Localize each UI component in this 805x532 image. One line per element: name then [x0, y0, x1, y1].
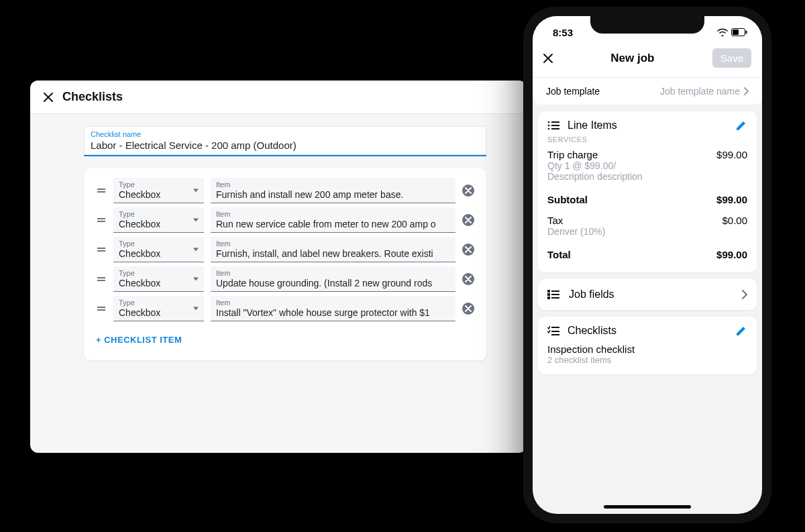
chevron-down-icon [193, 189, 199, 192]
add-checklist-item-button[interactable]: + CHECKLIST ITEM [96, 335, 182, 345]
checklist-name-label: Checklist name [91, 130, 480, 138]
checklists-title: Checklists [568, 325, 616, 337]
list-icon [547, 121, 559, 130]
drag-handle-icon[interactable] [96, 218, 107, 222]
remove-item-button[interactable] [462, 214, 474, 226]
desktop-checklists-panel: Checklists Checklist name Labor - Electr… [30, 81, 527, 453]
phone-header: New job Save [533, 42, 762, 78]
svg-point-3 [548, 121, 550, 123]
svg-rect-6 [551, 125, 559, 126]
home-indicator [604, 505, 691, 509]
svg-rect-17 [551, 334, 559, 335]
checklist-entry-name: Inspection checklist [547, 343, 747, 355]
phone-screen: 8:53 New job Save Job template Job te [533, 16, 762, 514]
edit-icon[interactable] [735, 119, 747, 131]
svg-rect-12 [551, 294, 559, 295]
close-icon[interactable] [44, 93, 53, 102]
svg-rect-16 [551, 331, 559, 332]
checklist-entry-count: 2 checklist items [547, 355, 747, 365]
svg-rect-8 [551, 128, 559, 129]
service-price: $99.00 [716, 149, 747, 160]
chevron-down-icon [193, 248, 199, 251]
checklist-items-card: TypeCheckboxItemFurnish and install new … [84, 168, 486, 360]
total-label: Total [547, 249, 571, 260]
wifi-icon [717, 28, 728, 36]
drag-handle-icon[interactable] [96, 189, 107, 193]
battery-icon [731, 28, 747, 36]
phone-title: New job [610, 52, 654, 65]
chevron-down-icon [193, 277, 199, 280]
checklist-name-input[interactable]: Checklist name Labor - Electrical Servic… [84, 126, 486, 156]
phone-notch [590, 16, 704, 34]
total-value: $99.00 [716, 249, 747, 260]
edit-icon[interactable] [735, 325, 747, 337]
svg-rect-1 [733, 30, 739, 35]
chevron-right-icon [744, 87, 749, 95]
remove-item-button[interactable] [462, 303, 474, 315]
drag-handle-icon[interactable] [96, 248, 107, 252]
svg-rect-9 [547, 290, 550, 292]
drag-handle-icon[interactable] [96, 277, 107, 281]
status-time: 8:53 [553, 27, 573, 38]
checklist-name-value: Labor - Electrical Service - 200 amp (Ou… [91, 140, 480, 151]
tax-label: Tax [547, 215, 563, 226]
item-text-input[interactable]: ItemInstall "Vortex" whole house surge p… [211, 296, 455, 321]
checklist-item-row: TypeCheckboxItemFurnish, install, and la… [96, 237, 474, 262]
line-items-card: Line Items SERVICES Trip charge $99.00 Q… [538, 111, 757, 272]
svg-rect-11 [547, 293, 550, 296]
job-template-value: Job template name [660, 86, 740, 97]
item-type-select[interactable]: TypeCheckbox [113, 207, 204, 233]
chevron-down-icon [193, 218, 199, 221]
chevron-down-icon [193, 307, 199, 310]
subtotal-value: $99.00 [716, 194, 747, 205]
phone-close-icon[interactable] [543, 54, 553, 63]
service-qty: Qty 1 @ $99.00/ [547, 160, 747, 171]
svg-point-7 [548, 128, 550, 130]
svg-rect-15 [551, 327, 559, 328]
remove-item-button[interactable] [462, 273, 474, 285]
chevron-right-icon [742, 290, 747, 299]
item-text-input[interactable]: ItemFurnish and install new 200 amp mete… [211, 178, 455, 203]
checklist-entry[interactable]: Inspection checklist 2 checklist items [547, 343, 747, 365]
tax-detail: Denver (10%) [547, 226, 747, 237]
item-type-select[interactable]: TypeCheckbox [113, 237, 204, 262]
svg-rect-4 [551, 121, 559, 123]
svg-rect-14 [551, 297, 559, 299]
svg-rect-2 [746, 31, 747, 34]
save-button[interactable]: Save [712, 48, 751, 68]
svg-rect-13 [547, 297, 550, 299]
phone-frame: 8:53 New job Save Job template Job te [523, 7, 771, 523]
drag-handle-icon[interactable] [96, 307, 107, 311]
page-title: Checklists [62, 90, 123, 104]
grid-icon [547, 290, 559, 299]
tax-value: $0.00 [722, 215, 747, 226]
item-type-select[interactable]: TypeCheckbox [113, 266, 204, 292]
item-text-input[interactable]: ItemUpdate house grounding. (Install 2 n… [211, 266, 455, 292]
job-template-label: Job template [546, 86, 600, 97]
remove-item-button[interactable] [462, 244, 474, 256]
job-fields-row[interactable]: Job fields [538, 279, 757, 310]
item-type-select[interactable]: TypeCheckbox [113, 296, 204, 321]
checklist-item-row: TypeCheckboxItemFurnish and install new … [96, 178, 474, 203]
checklists-card: Checklists Inspection checklist 2 checkl… [538, 317, 757, 374]
subtotal-label: Subtotal [547, 194, 588, 205]
service-desc: Description description [547, 171, 747, 182]
checklist-icon [547, 326, 559, 335]
svg-point-5 [548, 125, 550, 127]
remove-item-button[interactable] [462, 184, 474, 197]
checklist-item-row: TypeCheckboxItemInstall "Vortex" whole h… [96, 296, 474, 321]
item-text-input[interactable]: ItemFurnish, install, and label new brea… [211, 237, 455, 262]
checklist-item-row: TypeCheckboxItemRun new service cable fr… [96, 207, 474, 233]
services-section-label: SERVICES [547, 136, 747, 144]
line-items-title: Line Items [568, 119, 617, 131]
service-name: Trip charge [547, 149, 598, 160]
svg-rect-10 [551, 290, 559, 292]
job-fields-label: Job fields [569, 288, 614, 301]
checklist-item-row: TypeCheckboxItemUpdate house grounding. … [96, 266, 474, 292]
job-template-row[interactable]: Job template Job template name [533, 78, 762, 105]
item-type-select[interactable]: TypeCheckbox [113, 178, 204, 203]
desktop-header: Checklists [30, 81, 527, 114]
item-text-input[interactable]: ItemRun new service cable from meter to … [211, 207, 455, 233]
